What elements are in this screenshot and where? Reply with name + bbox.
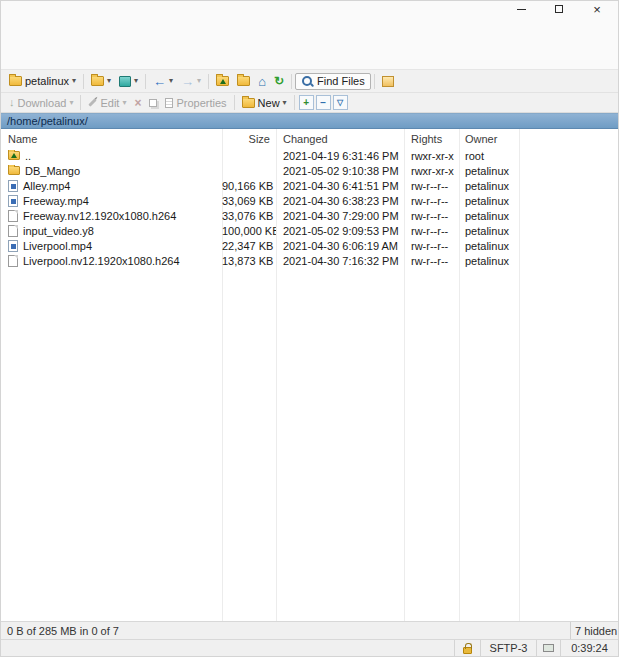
- unselect-files-button[interactable]: −: [316, 95, 331, 110]
- bookmark-icon: [119, 76, 131, 87]
- column-header-owner[interactable]: Owner: [459, 133, 519, 145]
- chevron-down-icon: ▾: [107, 77, 111, 85]
- properties-label: Properties: [176, 97, 226, 109]
- new-button[interactable]: New ▾: [238, 96, 291, 110]
- folder-icon: [8, 166, 20, 175]
- toolbar-separator: [80, 95, 81, 110]
- file-changed: 2021-04-30 6:38:23 PM: [276, 195, 404, 207]
- back-button[interactable]: ← ▾: [149, 74, 177, 89]
- minimize-icon: [517, 9, 526, 10]
- forward-button[interactable]: → ▾: [177, 74, 205, 89]
- parent-directory-button[interactable]: [212, 75, 233, 87]
- file-changed: 2021-05-02 9:09:53 PM: [276, 225, 404, 237]
- file-name-cell: Freeway.nv12.1920x1080.h264: [1, 210, 222, 222]
- toolbar-separator: [208, 74, 209, 89]
- file-name-cell: Liverpool.nv12.1920x1080.h264: [1, 255, 222, 267]
- invert-selection-button[interactable]: ▽: [333, 95, 348, 110]
- plus-icon: +: [303, 97, 309, 108]
- winscp-window: × petalinux ▾ ▾ ▾ ← ▾ → ▾: [0, 0, 619, 657]
- maximize-button[interactable]: [540, 1, 578, 17]
- column-header-changed[interactable]: Changed: [276, 133, 404, 145]
- edit-button[interactable]: Edit ▾: [84, 96, 130, 110]
- media-icon: [8, 180, 18, 192]
- home-icon: ⌂: [258, 75, 266, 88]
- file-name: Liverpool.mp4: [23, 240, 92, 252]
- encryption-pane[interactable]: [454, 640, 480, 656]
- session-toolbar: petalinux ▾ ▾ ▾ ← ▾ → ▾ ⌂: [1, 69, 618, 93]
- column-header-name[interactable]: Name: [1, 133, 222, 145]
- file-rights: rw-r--r--: [404, 225, 459, 237]
- find-files-label: Find Files: [317, 75, 365, 87]
- file-owner: petalinux: [459, 240, 519, 252]
- file-icon: [8, 210, 18, 222]
- file-changed: 2021-04-30 6:06:19 AM: [276, 240, 404, 252]
- chevron-down-icon: ▾: [72, 77, 76, 85]
- hidden-files-count[interactable]: 7 hidden: [570, 622, 618, 639]
- file-rights: rwxr-xr-x: [404, 165, 459, 177]
- refresh-icon: ↻: [274, 75, 284, 87]
- properties-button[interactable]: Properties: [161, 96, 230, 110]
- session-selector[interactable]: petalinux ▾: [5, 74, 80, 88]
- address-bar[interactable]: /home/petalinux/: [1, 113, 618, 129]
- file-rights: rwxr-xr-x: [404, 150, 459, 162]
- session-duration: 0:39:24: [571, 642, 608, 654]
- file-name: Alley.mp4: [23, 180, 70, 192]
- table-row[interactable]: Alley.mp4 90,166 KB 2021-04-30 6:41:51 P…: [1, 178, 618, 193]
- file-owner: petalinux: [459, 195, 519, 207]
- file-changed: 2021-04-19 6:31:46 PM: [276, 150, 404, 162]
- file-name-cell: Freeway.mp4: [1, 195, 222, 207]
- media-icon: [8, 240, 18, 252]
- status-indicator-pane[interactable]: [536, 640, 560, 656]
- file-owner: petalinux: [459, 165, 519, 177]
- invert-selection-icon: ▽: [337, 98, 343, 107]
- session-duration-pane: 0:39:24: [560, 640, 618, 656]
- table-row[interactable]: .. 2021-04-19 6:31:46 PM rwxr-xr-x root: [1, 148, 618, 163]
- file-name: Freeway.nv12.1920x1080.h264: [23, 210, 176, 222]
- delete-button[interactable]: ×: [130, 96, 145, 110]
- minimize-button[interactable]: [502, 1, 540, 17]
- status-bar-spacer: [1, 640, 454, 656]
- duplicate-button[interactable]: [145, 98, 161, 108]
- table-row[interactable]: Liverpool.nv12.1920x1080.h264 13,873 KB …: [1, 253, 618, 268]
- file-size: 90,166 KB: [222, 180, 276, 192]
- open-directory-button[interactable]: ▾: [87, 75, 115, 87]
- file-owner: petalinux: [459, 180, 519, 192]
- column-header-rights[interactable]: Rights: [404, 133, 459, 145]
- close-button[interactable]: ×: [578, 1, 616, 17]
- window-controls: ×: [502, 1, 616, 17]
- file-size: 13,873 KB: [222, 255, 276, 267]
- refresh-button[interactable]: ↻: [270, 74, 288, 88]
- home-directory-button[interactable]: ⌂: [254, 74, 270, 89]
- file-name-cell: DB_Mango: [1, 165, 222, 177]
- protocol-pane[interactable]: SFTP-3: [480, 640, 536, 656]
- back-icon: ←: [153, 75, 166, 88]
- find-files-button[interactable]: Find Files: [295, 73, 371, 90]
- file-owner: petalinux: [459, 225, 519, 237]
- select-files-button[interactable]: +: [299, 95, 314, 110]
- queue-button[interactable]: [378, 75, 398, 88]
- selection-summary: 0 B of 285 MB in 0 of 7: [1, 625, 570, 637]
- new-folder-icon: [242, 98, 255, 108]
- bookmark-button[interactable]: ▾: [115, 75, 142, 88]
- file-name: DB_Mango: [25, 165, 80, 177]
- new-label: New: [258, 97, 280, 109]
- file-owner: petalinux: [459, 255, 519, 267]
- table-row[interactable]: Freeway.nv12.1920x1080.h264 33,076 KB 20…: [1, 208, 618, 223]
- file-rights: rw-r--r--: [404, 195, 459, 207]
- column-headers: Name Size Changed Rights Owner: [1, 129, 618, 148]
- close-icon: ×: [593, 3, 601, 16]
- table-row[interactable]: DB_Mango 2021-05-02 9:10:38 PM rwxr-xr-x…: [1, 163, 618, 178]
- file-rights: rw-r--r--: [404, 210, 459, 222]
- file-changed: 2021-04-30 7:16:32 PM: [276, 255, 404, 267]
- current-path: /home/petalinux/: [7, 115, 88, 127]
- table-row[interactable]: Liverpool.mp4 22,347 KB 2021-04-30 6:06:…: [1, 238, 618, 253]
- table-row[interactable]: input_video.y8 100,000 KB 2021-05-02 9:0…: [1, 223, 618, 238]
- table-row[interactable]: Freeway.mp4 33,069 KB 2021-04-30 6:38:23…: [1, 193, 618, 208]
- column-header-size[interactable]: Size: [222, 133, 276, 145]
- download-button[interactable]: ↓ Download ▾: [5, 96, 77, 110]
- download-icon: ↓: [9, 97, 15, 108]
- chevron-down-icon: ▾: [169, 77, 173, 85]
- session-label: petalinux: [25, 75, 69, 87]
- file-changed: 2021-05-02 9:10:38 PM: [276, 165, 404, 177]
- root-directory-button[interactable]: [233, 75, 254, 87]
